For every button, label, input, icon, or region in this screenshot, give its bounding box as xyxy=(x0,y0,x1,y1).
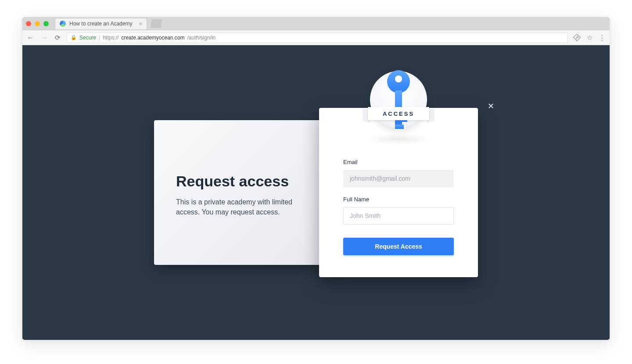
window-close-dot[interactable] xyxy=(26,21,31,26)
window-controls xyxy=(26,21,49,26)
info-description: This is a private academy with limited a… xyxy=(176,197,303,217)
url-path: /auth/sign/in xyxy=(187,35,216,41)
tab-title: How to create an Academy xyxy=(69,21,132,27)
svg-rect-4 xyxy=(395,125,404,129)
email-label: Email xyxy=(343,159,454,165)
fullname-label: Full Name xyxy=(343,196,454,203)
bookmark-star-icon[interactable]: ☆ xyxy=(587,34,592,42)
key-icon xyxy=(385,69,412,135)
badge-label: ACCESS xyxy=(383,111,414,117)
url-host: create.academyocean.com xyxy=(121,35,184,41)
content-wrap: Request access This is a private academy… xyxy=(22,45,610,340)
window-zoom-dot[interactable] xyxy=(43,21,49,26)
info-title: Request access xyxy=(176,173,325,190)
key-icon[interactable]: ⚿ xyxy=(572,32,582,43)
window-minimize-dot[interactable] xyxy=(35,21,40,26)
url-separator: | xyxy=(99,34,100,41)
email-field-group: Email xyxy=(343,159,454,187)
browser-window: How to create an Academy × ← → ⟳ 🔒 Secur… xyxy=(22,17,610,340)
info-panel: Request access This is a private academy… xyxy=(154,120,347,265)
fullname-field-group: Full Name xyxy=(343,196,454,225)
form-card: ACCESS Email Full Name Request Access xyxy=(319,108,478,277)
badge-ribbon: ACCESS xyxy=(368,107,429,120)
tab-bar: How to create an Academy × xyxy=(22,17,610,30)
nav-forward-icon[interactable]: → xyxy=(41,34,48,41)
address-bar[interactable]: 🔒 Secure | https://create.academyocean.c… xyxy=(67,32,568,43)
nav-bar: ← → ⟳ 🔒 Secure | https://create.academyo… xyxy=(22,30,610,45)
page-viewport: ✕ Request access This is a private acade… xyxy=(22,45,610,340)
access-badge: ACCESS xyxy=(363,71,434,154)
email-input[interactable] xyxy=(343,170,454,187)
close-icon[interactable]: ✕ xyxy=(488,101,494,111)
tab-close-icon[interactable]: × xyxy=(139,21,142,27)
browser-right-icons: ⚿ ☆ ⋮ xyxy=(574,34,605,42)
request-access-button[interactable]: Request Access xyxy=(343,238,454,255)
url-scheme: https:// xyxy=(103,35,118,41)
nav-reload-icon[interactable]: ⟳ xyxy=(55,34,61,42)
new-tab-button[interactable] xyxy=(151,19,162,28)
browser-tab[interactable]: How to create an Academy × xyxy=(55,18,147,29)
lock-icon: 🔒 xyxy=(71,35,77,40)
nav-back-icon[interactable]: ← xyxy=(27,34,34,41)
fullname-input[interactable] xyxy=(343,207,454,225)
favicon-icon xyxy=(60,21,66,27)
svg-point-1 xyxy=(395,75,402,82)
secure-label: Secure xyxy=(79,35,96,41)
browser-menu-icon[interactable]: ⋮ xyxy=(599,34,605,42)
nav-icons: ← → ⟳ xyxy=(27,34,61,42)
